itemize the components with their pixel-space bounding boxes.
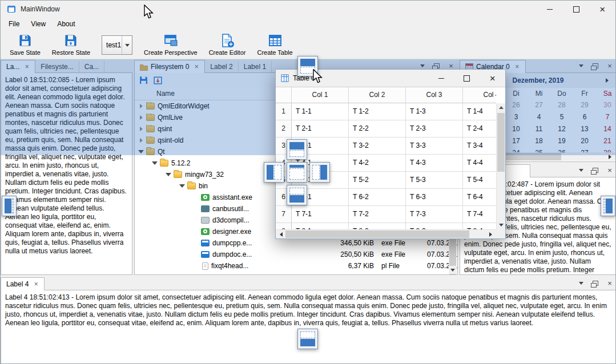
tabs-menu-button[interactable] (577, 167, 585, 174)
table-cell[interactable]: T 7-1 (292, 206, 349, 223)
expander-icon[interactable] (164, 170, 172, 179)
close-panel-button[interactable] (606, 280, 614, 287)
column-header[interactable]: Col 4 (463, 87, 496, 103)
tree-item[interactable]: dumpcpp.e...346,50 KiBexe File07.03.2019… (135, 237, 457, 249)
cell-type: exe File (379, 239, 425, 247)
table-cell[interactable]: T 7-3 (406, 206, 463, 223)
menubar: FileViewAbout (1, 18, 615, 30)
scrollbar-thumb[interactable] (285, 230, 469, 238)
table-cell[interactable]: T 8-4 (463, 223, 496, 229)
minimize-icon (438, 78, 444, 79)
scroll-left-button[interactable] (276, 230, 284, 238)
tab-label-4[interactable]: Label 4 (1, 277, 45, 290)
arrow-left-icon (277, 232, 283, 237)
perspective-combo[interactable]: test1 (102, 35, 132, 55)
row-header[interactable]: 7 (276, 206, 292, 223)
drop-indicator-area-bottom[interactable] (287, 185, 307, 205)
column-header[interactable]: Col 1 (292, 87, 349, 103)
table-cell[interactable]: T 2-2 (349, 120, 406, 137)
table-cell[interactable]: T 2-4 (463, 120, 496, 137)
tree-item[interactable]: fixqt4head...6,37 KiBpl File07.03.2019 1… (135, 260, 457, 272)
table-cell[interactable]: T 4-2 (349, 155, 406, 172)
splitter[interactable] (1, 275, 616, 277)
scroll-down-button[interactable] (449, 266, 457, 274)
drop-indicator-window-left[interactable] (2, 196, 17, 216)
expander-icon[interactable] (178, 181, 186, 191)
restore-state-button[interactable]: Restore State (46, 30, 96, 57)
undock-button[interactable] (591, 167, 599, 174)
drop-indicator-area-right[interactable] (309, 162, 330, 183)
undock-icon (593, 168, 598, 173)
row-header[interactable]: 8 (276, 223, 292, 229)
table-cell[interactable]: T 3-2 (349, 137, 406, 155)
table-cell[interactable]: T 8-1 (292, 223, 349, 229)
table-cell[interactable]: T 5-4 (463, 172, 496, 189)
drop-indicator-area-left[interactable] (264, 162, 284, 183)
scroll-up-button[interactable] (497, 103, 505, 112)
table-cell[interactable]: T 4-4 (463, 155, 496, 172)
table-cell[interactable]: T 4-3 (406, 155, 463, 172)
mouse-cursor (144, 5, 154, 21)
drop-indicator-window-bottom[interactable] (297, 329, 318, 349)
drop-indicator-area-top[interactable] (287, 139, 307, 160)
table-row: 3T 3-1T 3-2T 3-3T 3-4 (276, 137, 496, 155)
tab-close-icon[interactable] (33, 281, 39, 288)
table-cell[interactable]: T 1-1 (292, 103, 349, 120)
save-state-button[interactable]: Save State (4, 30, 46, 57)
maximize-button[interactable] (454, 70, 480, 87)
create-editor-button[interactable]: Create Editor (203, 30, 252, 57)
scroll-down-button[interactable] (497, 221, 505, 229)
menu-item-about[interactable]: About (51, 18, 80, 30)
table-cell[interactable]: T 6-4 (463, 189, 496, 206)
close-panel-button[interactable] (606, 167, 614, 174)
create-table-button[interactable]: Create Table (251, 30, 298, 57)
table-icon (281, 74, 289, 82)
create-perspective-button[interactable]: Create Perspective (138, 30, 203, 57)
column-header[interactable]: Col 3 (406, 87, 463, 103)
table-cell[interactable]: T 8-3 (406, 223, 463, 229)
table-cell[interactable]: T 1-3 (406, 103, 463, 120)
table-cell[interactable]: T 2-3 (406, 120, 463, 137)
table-cell[interactable]: T 1-4 (463, 103, 496, 120)
table-vertical-scrollbar[interactable] (496, 103, 505, 229)
row-header[interactable]: 1 (276, 103, 292, 120)
column-header[interactable]: Col 2 (349, 87, 406, 103)
minimize-button[interactable] (428, 70, 454, 87)
tabs-menu-button[interactable] (577, 280, 585, 287)
table-corner-button[interactable] (276, 87, 292, 103)
undock-button[interactable] (591, 280, 599, 287)
table-cell[interactable]: T 5-3 (406, 172, 463, 189)
table-cell[interactable]: T 7-4 (463, 206, 496, 223)
table-cell[interactable]: T 3-4 (463, 137, 496, 155)
maximize-button[interactable] (563, 1, 589, 18)
titlebar[interactable]: MainWindow (1, 1, 615, 18)
drop-indicator-area-center[interactable] (287, 162, 307, 183)
app-gray-icon (201, 217, 210, 224)
arrow-down-icon (450, 269, 455, 274)
table-cell[interactable]: T 2-1 (292, 120, 349, 137)
menu-item-file[interactable]: File (3, 18, 25, 30)
table-cell[interactable]: T 6-2 (349, 189, 406, 206)
drop-indicator-window-right[interactable] (601, 196, 615, 216)
scrollbar-thumb[interactable] (497, 113, 505, 172)
table-cell[interactable]: T 1-2 (349, 103, 406, 120)
create-table-label: Create Table (257, 49, 292, 56)
folder-icon (160, 160, 168, 167)
table-body: 1T 1-1T 1-2T 1-3T 1-42T 2-1T 2-2T 2-3T 2… (276, 103, 496, 229)
table-horizontal-scrollbar[interactable] (276, 229, 496, 238)
scroll-right-button[interactable] (488, 230, 496, 238)
expander-icon[interactable] (151, 159, 159, 168)
menu-item-view[interactable]: View (25, 18, 51, 30)
minimize-button[interactable] (537, 1, 563, 18)
table-cell[interactable]: T 8-2 (349, 223, 406, 229)
close-button[interactable] (589, 1, 615, 18)
tree-item[interactable]: dumpdoc.e...250,50 KiBexe File07.03.2019… (135, 249, 457, 260)
row-header[interactable]: 2 (276, 120, 292, 137)
label4-panel-buttons (577, 280, 614, 287)
table-cell[interactable]: T 6-3 (406, 189, 463, 206)
table-cell[interactable]: T 3-3 (406, 137, 463, 155)
table-row: 5T 5-1T 5-2T 5-3T 5-4 (276, 172, 496, 189)
table-cell[interactable]: T 5-2 (349, 172, 406, 189)
table-cell[interactable]: T 7-2 (349, 206, 406, 223)
close-button[interactable] (480, 70, 505, 87)
